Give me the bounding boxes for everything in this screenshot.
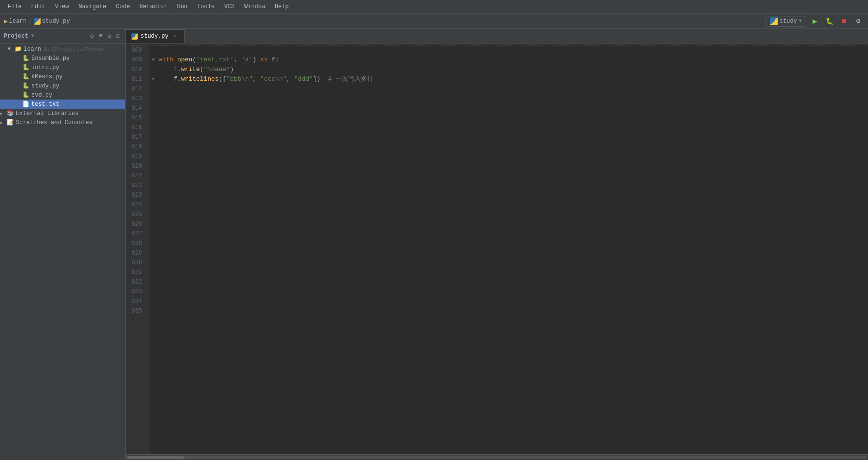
- sidebar-header: Project ▼ ⊕ ≡ ⚙ ⊟: [0, 29, 125, 43]
- breadcrumb-file[interactable]: study.py: [42, 18, 70, 25]
- gutter-809: 809: [126, 55, 146, 65]
- menu-window[interactable]: Window: [241, 2, 269, 11]
- fold-834: [150, 297, 157, 306]
- code-line-835: [158, 306, 868, 316]
- settings-button[interactable]: ⚙: [853, 15, 864, 27]
- scratches-icon: 📝: [7, 119, 14, 126]
- sidebar-tree: ▼ 📁 learn D:\SProjects\Pychar 🐍 Ensumble…: [0, 43, 125, 460]
- code-line-829: [158, 248, 868, 258]
- code-line-808: [158, 45, 868, 55]
- breadcrumb: ▶ learn / study.py: [4, 17, 70, 25]
- gutter-808: 808: [126, 45, 146, 55]
- python-file-icon: 🐍: [22, 73, 29, 80]
- run-config-label: study: [780, 18, 797, 25]
- gutter-833: 833: [126, 287, 146, 297]
- tree-item-external[interactable]: ▶ 📚 External Libraries: [0, 109, 125, 118]
- menu-edit[interactable]: Edit: [28, 2, 49, 11]
- fold-822: [150, 181, 157, 190]
- tree-label-study: study.py: [31, 83, 59, 89]
- collapse-all-icon[interactable]: ≡: [98, 32, 104, 41]
- fold-gutter: ▼ ▼: [150, 45, 157, 454]
- fold-825: [150, 210, 157, 219]
- gear-icon[interactable]: ⚙: [106, 32, 113, 41]
- tree-item-ensumble[interactable]: 🐍 Ensumble.py: [0, 54, 125, 63]
- code-line-819: [158, 152, 868, 161]
- stop-button[interactable]: ⏹: [838, 15, 850, 27]
- tree-arrow-learn: ▼: [8, 46, 14, 52]
- run-config[interactable]: study ▼: [766, 16, 806, 27]
- fold-813: [150, 94, 157, 103]
- tree-label-svd: svd.py: [31, 92, 52, 99]
- tree-item-scratches[interactable]: ▶ 📝 Scratches and Consoles: [0, 118, 125, 127]
- gutter-810: 810: [126, 65, 146, 74]
- horizontal-scrollbar[interactable]: [126, 454, 868, 460]
- tree-item-learn[interactable]: ▼ 📁 learn D:\SProjects\Pychar: [0, 44, 125, 54]
- gutter-821: 821: [126, 171, 146, 181]
- menu-help[interactable]: Help: [271, 2, 293, 11]
- gutter-828: 828: [126, 239, 146, 248]
- code-line-831: [158, 268, 868, 277]
- gutter-831: 831: [126, 268, 146, 277]
- python-file-icon: 🐍: [22, 91, 29, 99]
- code-line-809: with open('test.txt', 'a') as f:: [158, 55, 868, 65]
- fold-814: [150, 103, 157, 113]
- tree-item-testtxt[interactable]: 📄 test.txt: [0, 100, 125, 109]
- code-line-822: [158, 181, 868, 190]
- tab-study[interactable]: study.py ×: [126, 29, 185, 43]
- toolbar-right: study ▼ ▶ 🐛 ⏹ ⚙: [766, 15, 864, 27]
- main-area: Project ▼ ⊕ ≡ ⚙ ⊟ ▼ 📁 learn D:\SProjects…: [0, 29, 868, 460]
- code-line-833: [158, 287, 868, 297]
- file-icon: [34, 18, 41, 25]
- fold-835: [150, 306, 157, 316]
- toolbar: ▶ learn / study.py study ▼ ▶ 🐛 ⏹ ⚙: [0, 14, 868, 29]
- fold-824: [150, 200, 157, 210]
- gutter-815: 815: [126, 113, 146, 123]
- fold-811[interactable]: ▼: [150, 74, 157, 84]
- menu-run[interactable]: Run: [173, 2, 191, 11]
- sidebar-dropdown-icon: ▼: [31, 33, 34, 39]
- fold-821: [150, 171, 157, 181]
- code-line-817: [158, 132, 868, 142]
- scrollbar-track[interactable]: [127, 456, 867, 459]
- menu-view[interactable]: View: [51, 2, 73, 11]
- folder-icon-learn: 📁: [14, 45, 22, 53]
- fold-829: [150, 248, 157, 258]
- fold-809[interactable]: ▼: [150, 55, 157, 65]
- breadcrumb-project[interactable]: learn: [9, 18, 27, 25]
- tab-close-button[interactable]: ×: [171, 33, 178, 40]
- gutter-830: 830: [126, 258, 146, 268]
- gutter-822: 822: [126, 181, 146, 190]
- tree-item-kmeans[interactable]: 🐍 kMeans.py: [0, 72, 125, 81]
- gutter-818: 818: [126, 142, 146, 152]
- code-line-816: [158, 123, 868, 132]
- run-button[interactable]: ▶: [809, 15, 821, 27]
- editor-area[interactable]: 808 809 810 811 812 813 814 815 816 817 …: [126, 45, 868, 454]
- line-number-gutter: 808 809 810 811 812 813 814 815 816 817 …: [126, 45, 150, 454]
- menu-navigate[interactable]: Navigate: [74, 2, 110, 11]
- code-editor[interactable]: with open('test.txt', 'a') as f: f.write…: [157, 45, 868, 454]
- gutter-816: 816: [126, 123, 146, 132]
- debug-button[interactable]: 🐛: [824, 15, 835, 27]
- tree-arrow-external: ▶: [0, 111, 7, 116]
- menu-vcs[interactable]: VCS: [220, 2, 239, 11]
- hide-panel-icon[interactable]: ⊟: [114, 32, 121, 41]
- tab-label: study.py: [141, 33, 169, 40]
- code-line-826: [158, 219, 868, 229]
- tree-item-study[interactable]: 🐍 study.py: [0, 81, 125, 90]
- locate-file-icon[interactable]: ⊕: [89, 32, 96, 41]
- run-config-icon: [770, 17, 778, 25]
- menu-refactor[interactable]: Refactor: [136, 2, 171, 11]
- menu-file[interactable]: File: [4, 2, 26, 11]
- gutter-814: 814: [126, 103, 146, 113]
- tree-item-svd[interactable]: 🐍 svd.py: [0, 90, 125, 100]
- code-line-810: f.write("\naaa"): [158, 65, 868, 74]
- scrollbar-thumb[interactable]: [127, 456, 185, 459]
- gutter-826: 826: [126, 219, 146, 229]
- tab-file-icon: [131, 33, 138, 40]
- menu-code[interactable]: Code: [112, 2, 134, 11]
- tree-item-intro[interactable]: 🐍 intro.py: [0, 63, 125, 72]
- gutter-834: 834: [126, 297, 146, 306]
- library-icon: 📚: [7, 110, 14, 117]
- menu-tools[interactable]: Tools: [193, 2, 218, 11]
- fold-830: [150, 258, 157, 268]
